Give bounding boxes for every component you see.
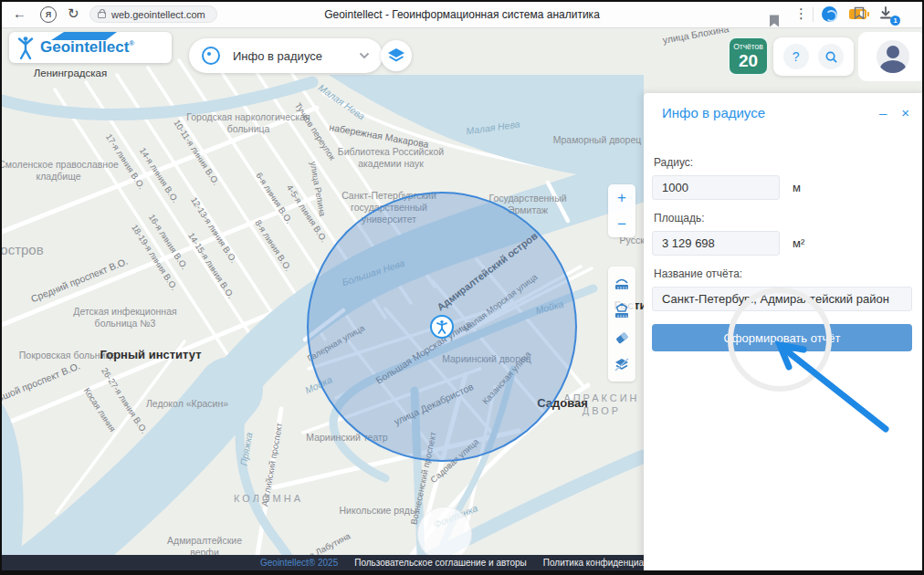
search-button[interactable] [818,44,844,69]
browser-tabs-icon[interactable]: Я [40,6,57,23]
map-label: Горный институт [100,348,201,362]
radius-field-label: Радиус: [654,156,912,169]
panel-title: Инфо в радиусе [662,105,865,120]
app-logo[interactable]: Geointellect® [9,32,172,63]
map-label: остров [0,242,43,259]
browser-menu-button[interactable]: ⋮ [794,4,808,24]
map-label: Ленинградская [34,67,107,79]
report-name-input[interactable] [652,287,912,311]
bookmark-icon[interactable] [769,8,780,34]
radius-center-marker[interactable] [430,315,454,339]
map-label: Смоленское православное кладбище [0,159,119,183]
map-label: Ледокол «Красин» [146,398,228,410]
analysis-tool-selector[interactable]: Инфо в радиусе [189,38,383,73]
measure-area-button[interactable] [612,300,632,320]
help-button[interactable]: ? [783,44,809,69]
generate-report-button[interactable]: Сформировать отчёт [652,324,912,351]
zoom-out-button[interactable]: − [608,211,635,237]
lock-icon [98,12,106,18]
layers-visibility-button[interactable] [612,354,632,374]
reports-label: Отчётов [730,42,767,51]
map-label: Малая Нева [466,118,521,137]
page-title: Geointellect - Геоинформационная система… [230,2,694,27]
map-tools-toolbar [608,267,635,382]
info-in-radius-panel: Инфо в радиусе – × Радиус: м Площадь: м²… [644,93,924,575]
map-label: Английский проспект [259,422,285,507]
layers-panel-button[interactable] [381,40,412,71]
back-button[interactable]: ← [13,4,26,24]
user-avatar[interactable] [877,40,909,73]
map-label: Пряжка [237,432,255,467]
search-icon [824,50,838,64]
profile-card [858,32,924,81]
map-label: Малая Нева [316,82,367,123]
header-utility-card: ? [773,37,854,76]
collections-flag-icon[interactable] [853,6,866,20]
radius-tool-icon [202,47,220,65]
map-label: Детская инфекционная больница №3 [73,306,176,329]
layers-icon [387,47,405,64]
map-label: Библиотека Российской академии наук [338,146,444,170]
logo-wordmark: Geointellect® [40,38,134,57]
avatar-body [880,60,906,73]
footer-brand-link[interactable]: Geointellect® 2025 [260,558,338,568]
map-label: 14-я линия В.О. [137,146,181,205]
map-label: Средний проспект В.О. [29,256,130,306]
map-label: 16-я линия В.О. [146,213,190,272]
measure-area-icon [614,303,630,319]
area-input[interactable] [652,231,780,256]
logo-person-icon [16,36,35,59]
chevron-down-icon [359,52,370,59]
report-name-field-label: Название отчёта: [654,267,912,280]
panel-body: Радиус: м Площадь: м² Название отчёта: С… [644,120,924,351]
address-bar[interactable]: web.geointellect.com [89,5,217,23]
map-label: Никольские ряды [340,505,417,517]
map-label: АПРАКСИН ДВОР [563,392,639,418]
eraser-button[interactable] [612,328,632,348]
map-label: 26-27-я линия В.О. [99,366,149,435]
measure-distance-button[interactable] [612,274,632,294]
chrome-separator [813,7,814,22]
map-label: 10-11-я линия В.О. [171,118,221,187]
map-label: Мраморный дворец [553,134,642,146]
map-label: улица Репина [308,161,328,217]
downloads-button[interactable]: 1 [878,5,897,24]
zoom-in-button[interactable]: + [608,184,635,211]
footer-terms-link[interactable]: Пользовательское соглашение и авторы [354,558,527,568]
logo-registered-mark: ® [129,39,134,47]
download-count-badge: 1 [890,16,900,26]
map-label: Покровская больница [19,350,116,361]
map-label: 6-я линия В.О. [253,171,294,225]
radius-unit: м [793,181,801,194]
map-label: 8-я линия В.О. [252,218,293,273]
person-icon [436,319,448,334]
layers-off-icon [614,357,630,372]
eraser-icon [614,329,630,345]
map-label: Тучков переулок [292,100,338,162]
selector-label: Инфо в радиусе [233,49,359,63]
radius-input[interactable] [652,175,780,200]
reports-count: 20 [730,51,767,71]
measure-distance-icon [614,276,630,291]
map-label: 18-19-я линия В.О. [129,223,179,292]
map-label: 4-5-я линия В.О. [284,183,330,245]
extension-protect-icon[interactable] [822,6,837,22]
refresh-button[interactable]: ↻ [68,4,79,24]
map-label: 14-15-я линия В.О. [185,231,236,300]
url-text: web.geointellect.com [111,9,205,20]
map-label: набережная Макарова [328,121,429,151]
area-field-label: Площадь: [654,212,912,225]
map-zoom-controls: + − [608,184,635,237]
close-icon[interactable]: × [901,107,909,120]
map-label: КОЛОМНА [234,493,303,506]
logo-cap-icon [47,32,119,40]
map-label: 12-13-я линия В.О. [188,195,238,265]
minimize-button[interactable]: – [879,107,887,120]
map-label: 17-я линия В.О. [103,132,147,192]
reports-counter-badge[interactable]: Отчётов 20 [728,37,769,76]
browser-chrome: ← Я ↻ web.geointellect.com Geointellect … [2,2,922,28]
avatar-head [887,46,899,58]
area-unit: м² [793,236,804,250]
map-label: Косая линия [81,386,118,434]
map-watermark-emblem [417,507,472,561]
